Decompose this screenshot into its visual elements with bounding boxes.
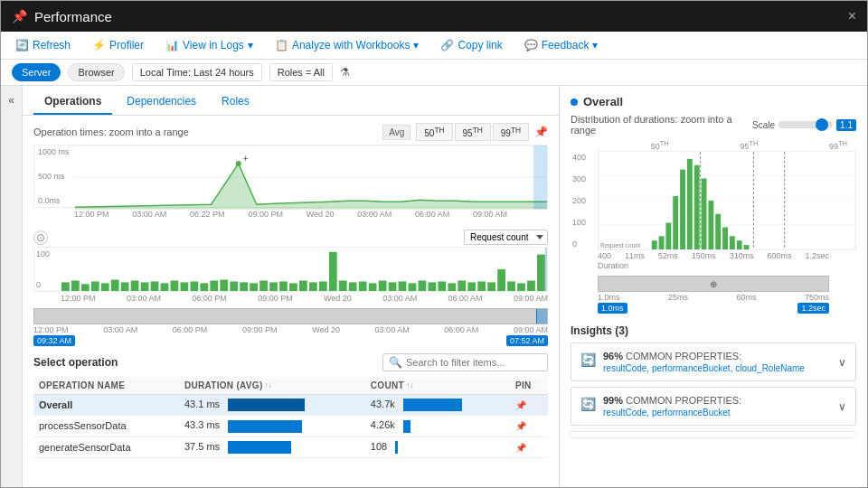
insight-header-1[interactable]: 🔄 96% COMMON PROPERTIES: resultCode, per… — [571, 343, 855, 380]
p50-button[interactable]: 50TH — [416, 123, 452, 141]
tab-operations[interactable]: Operations — [33, 89, 112, 115]
insight-content-1: 96% COMMON PROPERTIES: resultCode, perfo… — [603, 351, 805, 373]
col-duration[interactable]: DURATION (AVG)↑↓ — [179, 377, 365, 395]
insight-card-2: 🔄 99% COMMON PROPERTIES: resultCode, per… — [571, 387, 856, 426]
svg-rect-20 — [200, 284, 208, 292]
op-pin[interactable]: 📌 — [510, 416, 548, 436]
navigate-icon[interactable]: ⊙ — [33, 230, 48, 245]
svg-rect-30 — [299, 281, 307, 292]
feedback-button[interactable]: 💬 Feedback ▾ — [521, 37, 602, 53]
title-bar-left: 📌 Performance — [12, 9, 112, 24]
bar-chart-svg — [61, 248, 547, 291]
chart-header: Operation times: zoom into a range Avg 5… — [33, 123, 548, 141]
roles-filter[interactable]: Roles = All — [269, 63, 333, 81]
view-in-logs-button[interactable]: 📊 View in Logs ▾ — [162, 37, 257, 53]
svg-rect-61 — [652, 240, 657, 249]
svg-rect-74 — [744, 245, 750, 249]
refresh-button[interactable]: 🔄 Refresh — [12, 37, 74, 53]
search-box[interactable]: 🔍 — [382, 353, 548, 371]
svg-rect-54 — [537, 255, 545, 291]
op-pin[interactable]: 📌 — [510, 436, 548, 457]
toolbar: 🔄 Refresh ⚡ Profiler 📊 View in Logs ▾ 📋 … — [1, 32, 867, 60]
tab-roles[interactable]: Roles — [211, 89, 260, 115]
avg-label[interactable]: Avg — [382, 125, 410, 140]
insight-left-2: 🔄 99% COMMON PROPERTIES: resultCode, per… — [580, 395, 741, 418]
bar-chart-inner — [61, 248, 547, 291]
insight-left-1: 🔄 96% COMMON PROPERTIES: resultCode, per… — [580, 351, 805, 373]
dist-timeline-strip[interactable]: ⊕ — [598, 276, 829, 292]
duration-bar — [228, 399, 305, 411]
profiler-button[interactable]: ⚡ Profiler — [89, 37, 147, 53]
count-bar — [403, 399, 462, 411]
logs-icon: 📊 — [165, 39, 179, 52]
insight-chevron-2[interactable]: ∨ — [838, 400, 846, 413]
feedback-icon: 💬 — [524, 39, 538, 52]
p99-button[interactable]: 99TH — [493, 123, 529, 141]
op-pin[interactable]: 📌 — [510, 395, 548, 416]
svg-rect-36 — [359, 282, 367, 292]
timeline-strip[interactable] — [33, 308, 548, 324]
table-row[interactable]: Overall 43.1 ms 43.7k 📌 — [33, 395, 548, 416]
row-pin-icon[interactable]: 📌 — [515, 443, 526, 453]
timeline-selection — [536, 309, 547, 324]
analyze-workbooks-button[interactable]: 📋 Analyze with Workbooks ▾ — [271, 37, 423, 53]
svg-rect-23 — [230, 282, 238, 292]
operations-title: Select operation — [33, 356, 118, 369]
svg-rect-12 — [121, 283, 129, 292]
tab-dependencies[interactable]: Dependencies — [116, 89, 207, 115]
col-count[interactable]: COUNT↑↓ — [365, 377, 510, 395]
browser-tab[interactable]: Browser — [68, 63, 124, 81]
col-name: OPERATION NAME — [33, 377, 179, 395]
refresh-icon: 🔄 — [15, 39, 29, 52]
collapse-icon[interactable]: « — [5, 93, 19, 108]
svg-text:Request count: Request count — [600, 242, 640, 249]
request-count-chart[interactable]: 100 0 — [33, 247, 548, 292]
table-row[interactable]: generateSensorData 37.5 ms 108 📌 — [33, 436, 548, 457]
dist-timeline-badges: 1.0ms 1.2sec — [598, 303, 829, 314]
svg-rect-29 — [289, 284, 297, 292]
chart-y-labels: 1000 ms 500 ms 0.0ms — [34, 145, 75, 207]
svg-rect-14 — [141, 283, 149, 292]
request-count-dropdown[interactable]: Request count — [464, 230, 548, 245]
time-filter[interactable]: Local Time: Last 24 hours — [132, 63, 262, 81]
server-tab[interactable]: Server — [12, 63, 61, 81]
filter-icon[interactable]: ⚗ — [340, 66, 350, 79]
dist-timeline-x-labels: 1.0ms 25ms 60ms 750ms — [598, 292, 829, 303]
svg-rect-73 — [737, 240, 742, 249]
row-pin-icon[interactable]: 📌 — [515, 421, 526, 431]
svg-rect-41 — [409, 284, 417, 292]
scale-slider[interactable] — [778, 121, 833, 128]
copy-link-button[interactable]: 🔗 Copy link — [437, 37, 505, 53]
request-header: ⊙ Request count — [33, 230, 548, 245]
svg-rect-16 — [161, 284, 169, 292]
insight-header-2[interactable]: 🔄 99% COMMON PROPERTIES: resultCode, per… — [571, 388, 855, 425]
close-button[interactable]: × — [848, 8, 856, 24]
duration-bar — [228, 441, 291, 454]
svg-rect-38 — [379, 281, 387, 292]
crosshair-icon: ⊕ — [710, 279, 717, 289]
insight-icon-2: 🔄 — [580, 397, 596, 411]
pin-icon[interactable]: 📌 — [12, 9, 27, 23]
svg-rect-22 — [220, 280, 228, 291]
dist-chart-area[interactable]: 400 300 200 100 0 — [571, 151, 856, 250]
dist-x-labels: 400 11ms 52ms 150ms 310ms 600ms 1.2sec — [571, 250, 856, 260]
timeline-x-labels: 12:00 PM 03:00 AM 06:00 PM 09:00 PM Wed … — [33, 324, 548, 335]
row-pin-icon[interactable]: 📌 — [515, 400, 526, 410]
insight-card-3-hint — [571, 431, 856, 438]
count-bar — [403, 420, 410, 433]
operations-section: Select operation 🔍 OPERATION NAME DURATI… — [23, 348, 559, 487]
app-window: 📌 Performance × 🔄 Refresh ⚡ Profiler 📊 V… — [0, 0, 868, 488]
svg-rect-40 — [399, 282, 407, 292]
svg-rect-28 — [279, 282, 288, 292]
operation-times-chart[interactable]: 1000 ms 500 ms 0.0ms — [33, 145, 548, 208]
svg-rect-39 — [389, 283, 397, 292]
svg-rect-17 — [171, 281, 179, 292]
pin-chart-icon[interactable]: 📌 — [534, 126, 548, 138]
svg-rect-69 — [708, 201, 713, 249]
p95-button[interactable]: 95TH — [455, 123, 491, 141]
table-row[interactable]: processSensorData 43.3 ms 4.26k 📌 — [33, 416, 548, 436]
dist-timeline-container: ⊕ 1.0ms 25ms 60ms 750ms 1.0ms 1.2sec — [571, 274, 856, 315]
overall-dot — [571, 99, 578, 106]
insight-chevron-1[interactable]: ∨ — [838, 356, 846, 369]
search-input[interactable] — [406, 357, 542, 368]
